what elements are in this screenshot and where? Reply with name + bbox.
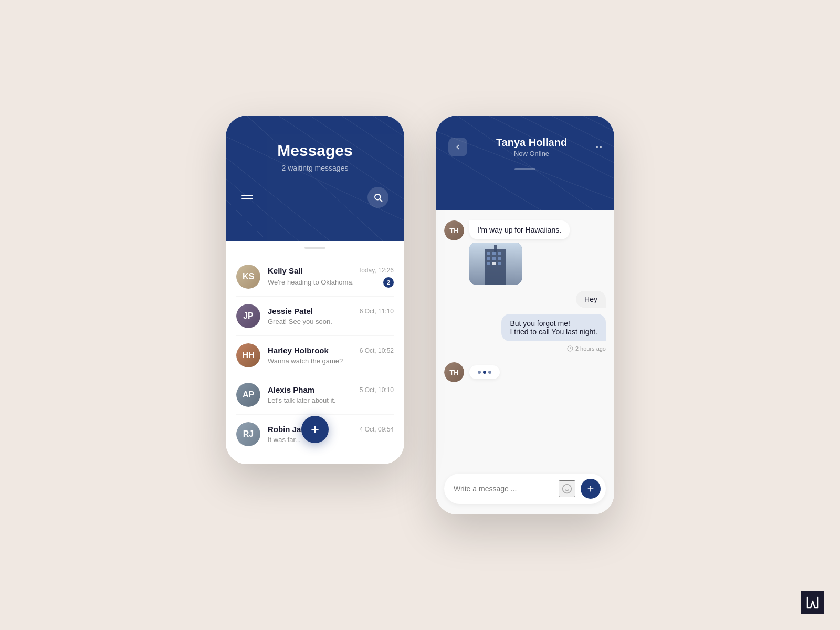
chat-header: Tanya Holland Now Online <box>436 116 614 210</box>
svg-rect-22 <box>494 245 497 252</box>
message-time-kelly: Today, 12:26 <box>358 267 394 274</box>
chat-body: TH I'm way up for Hawaiians. <box>436 210 614 514</box>
message-top-harley: Harley Holbrook 6 Oct, 10:52 <box>268 346 394 355</box>
emoji-icon <box>562 484 572 494</box>
message-time-robin: 4 Oct, 09:54 <box>360 426 394 433</box>
message-input[interactable] <box>454 485 553 493</box>
typing-dot-1 <box>478 371 481 374</box>
dot2 <box>600 146 602 148</box>
preview-text-kelly: We're heading to Oklahoma. <box>268 278 379 286</box>
sent-bubble-2: But you forgot me!I tried to call You la… <box>501 314 606 341</box>
phone1-title: Messages <box>242 142 388 160</box>
phone1: Messages 2 waitintg messages <box>226 116 404 464</box>
drag-handle <box>304 247 326 249</box>
sender-name-alexis: Alexis Pham <box>268 385 314 394</box>
svg-rect-24 <box>492 252 496 255</box>
message-content-alexis: Alexis Pham 5 Oct, 10:10 Let's talk late… <box>268 385 394 404</box>
phones-container: Messages 2 waitintg messages <box>226 116 614 514</box>
svg-rect-28 <box>498 257 501 260</box>
phone1-wrapper: Messages 2 waitintg messages <box>226 116 404 464</box>
svg-rect-30 <box>492 262 496 265</box>
sender-name-harley: Harley Holbrook <box>268 346 329 355</box>
svg-rect-29 <box>487 262 490 265</box>
compose-fab-button[interactable] <box>301 416 329 443</box>
chat-input-area <box>444 474 606 504</box>
sent-bubble-1: Hey <box>576 291 606 308</box>
menu-icon[interactable] <box>242 195 253 200</box>
typing-indicator: TH <box>444 362 606 382</box>
chat-drag-handle <box>514 168 536 170</box>
back-icon <box>454 143 461 151</box>
header-actions <box>242 187 388 208</box>
logo-icon <box>806 596 820 610</box>
svg-line-1 <box>247 116 383 242</box>
svg-rect-26 <box>487 257 490 260</box>
plus-send-icon <box>586 485 595 493</box>
logo-mark <box>801 591 824 614</box>
svg-line-19 <box>583 116 614 131</box>
svg-line-10 <box>380 199 382 201</box>
message-sent-2: But you forgot me!I tried to call You la… <box>444 314 606 352</box>
tanya-avatar-typing: TH <box>444 362 464 382</box>
message-top-alexis: Alexis Pham 5 Oct, 10:10 <box>268 385 394 394</box>
time-indicator: 2 hours ago <box>567 345 606 352</box>
message-item-kelly[interactable]: KS Kelly Sall Today, 12:26 We're heading… <box>236 257 394 297</box>
avatar-kelly: KS <box>236 265 260 289</box>
message-content-harley: Harley Holbrook 6 Oct, 10:52 Wanna watch… <box>268 346 394 365</box>
sent-text-2: But you forgot me!I tried to call You la… <box>510 319 597 336</box>
header-pattern <box>226 116 404 242</box>
message-top-robin: Robin Jaffe 4 Oct, 09:54 <box>268 425 394 434</box>
message-sent-1: Hey <box>444 291 606 308</box>
preview-text-alexis: Let's talk later about it. <box>268 396 394 404</box>
message-preview-alexis: Let's talk later about it. <box>268 396 394 404</box>
phone2: Tanya Holland Now Online TH <box>436 116 614 514</box>
received-bubble-group: I'm way up for Hawaiians. <box>469 220 570 285</box>
chat-messages: TH I'm way up for Hawaiians. <box>444 220 606 463</box>
preview-text-robin: It was far... <box>268 436 394 444</box>
svg-line-7 <box>373 116 404 136</box>
phone1-subtitle: 2 waitintg messages <box>242 164 388 172</box>
message-item-alexis[interactable]: AP Alexis Pham 5 Oct, 10:10 Let's talk l… <box>236 375 394 415</box>
more-options-button[interactable] <box>596 146 602 148</box>
emoji-button[interactable] <box>559 480 575 497</box>
chat-contact-info: Tanya Holland Now Online <box>467 136 596 158</box>
chat-header-top: Tanya Holland Now Online <box>448 136 602 158</box>
preview-text-harley: Wanna watch the game? <box>268 357 394 365</box>
clock-icon <box>567 345 573 352</box>
received-text-1: I'm way up for Hawaiians. <box>478 226 561 234</box>
chat-header-pattern <box>436 116 614 210</box>
message-preview-jessie: Great! See you soon. <box>268 318 394 326</box>
search-icon <box>373 193 383 202</box>
image-inner <box>469 243 522 285</box>
plus-icon <box>310 424 320 435</box>
typing-dots <box>469 365 500 379</box>
chat-contact-status: Now Online <box>467 150 596 158</box>
message-content-robin: Robin Jaffe 4 Oct, 09:54 It was far... <box>268 425 394 444</box>
avatar-jessie: JP <box>236 304 260 328</box>
svg-rect-31 <box>498 262 501 265</box>
svg-rect-27 <box>492 257 496 260</box>
message-received-1: TH I'm way up for Hawaiians. <box>444 220 606 285</box>
phone1-header: Messages 2 waitintg messages <box>226 116 404 242</box>
message-content-jessie: Jessie Patel 6 Oct, 11:10 Great! See you… <box>268 307 394 326</box>
message-time-harley: 6 Oct, 10:52 <box>360 347 394 354</box>
building-image-svg <box>469 243 522 285</box>
sent-text-1: Hey <box>584 295 597 303</box>
chat-contact-name: Tanya Holland <box>467 136 596 149</box>
avatar-alexis: AP <box>236 383 260 407</box>
send-button[interactable] <box>581 479 601 499</box>
message-item-harley[interactable]: HH Harley Holbrook 6 Oct, 10:52 Wanna wa… <box>236 336 394 375</box>
message-time-jessie: 6 Oct, 11:10 <box>360 308 394 315</box>
preview-text-jessie: Great! See you soon. <box>268 318 394 326</box>
unread-badge-kelly: 2 <box>383 277 394 288</box>
message-image <box>469 243 522 285</box>
svg-rect-23 <box>487 252 490 255</box>
message-preview-harley: Wanna watch the game? <box>268 357 394 365</box>
message-top-kelly: Kelly Sall Today, 12:26 <box>268 266 394 275</box>
back-button[interactable] <box>448 138 467 156</box>
tanya-avatar: TH <box>444 220 464 240</box>
message-preview-robin: It was far... <box>268 436 394 444</box>
typing-dot-3 <box>488 371 491 374</box>
message-item-jessie[interactable]: JP Jessie Patel 6 Oct, 11:10 Great! See … <box>236 297 394 336</box>
search-button[interactable] <box>368 187 388 208</box>
